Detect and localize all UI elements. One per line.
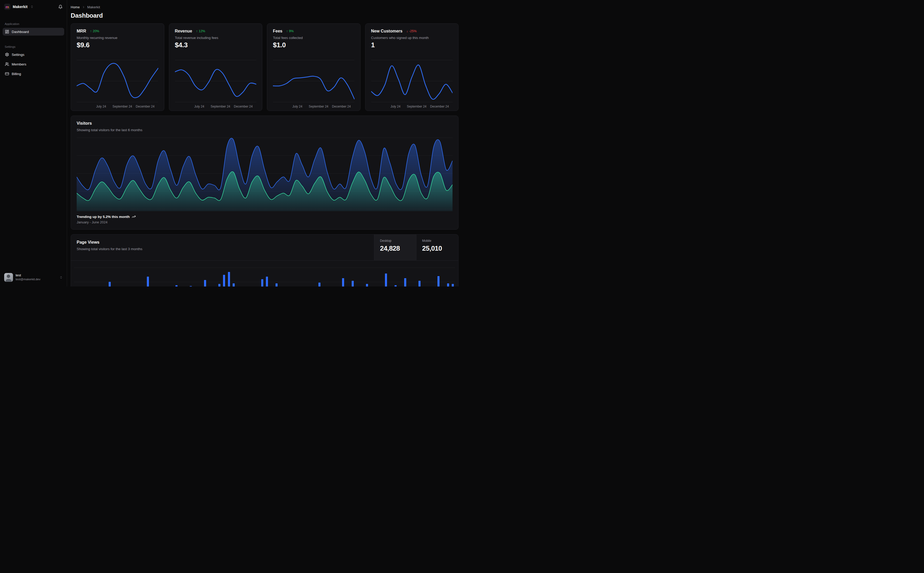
bar bbox=[276, 283, 278, 286]
bar bbox=[447, 283, 449, 286]
x-tick: September 24 bbox=[407, 105, 426, 108]
visitors-title: Visitors bbox=[77, 121, 452, 126]
x-tick: July 24 bbox=[391, 105, 400, 108]
sparkline-chart: July 24 September 24 December 24 bbox=[273, 59, 355, 111]
gridline bbox=[74, 268, 455, 268]
dashboard-icon bbox=[5, 30, 9, 34]
gear-icon bbox=[5, 52, 9, 56]
workspace-selector[interactable]: m Makerkit bbox=[3, 3, 64, 10]
stat-cards-row: MRR ↑20% Monthly recurring revenue $9.6 … bbox=[71, 23, 458, 111]
sidebar: m Makerkit Application Dashboard Setting… bbox=[0, 0, 67, 286]
sidebar-section-settings: Settings bbox=[5, 45, 62, 48]
page-views-subtitle: Showing total visitors for the last 3 mo… bbox=[77, 247, 368, 251]
page-views-card: Page Views Showing total visitors for th… bbox=[71, 234, 458, 286]
avatar bbox=[4, 273, 13, 282]
arrow-down-icon: ↓ bbox=[406, 29, 408, 33]
trend-badge: ↑20% bbox=[90, 29, 99, 33]
bar bbox=[233, 283, 235, 286]
stat-value: $4.3 bbox=[175, 41, 257, 49]
sparkline-chart: July 24 September 24 December 24 bbox=[175, 59, 257, 111]
sidebar-section-application: Application bbox=[5, 22, 62, 25]
stat-card-new-customers: New Customers ↓-25% Customers who signed… bbox=[365, 23, 459, 111]
user-meta: test test@makerkit.dev bbox=[16, 274, 40, 281]
stat-value: 1 bbox=[371, 41, 453, 49]
sidebar-item-settings[interactable]: Settings bbox=[3, 51, 64, 58]
arrow-up-icon: ↑ bbox=[90, 29, 91, 33]
arrow-up-icon: ↑ bbox=[286, 29, 288, 33]
visitors-footer-trend: Trending up by 5.2% this month bbox=[77, 215, 452, 219]
bar bbox=[176, 285, 177, 286]
credit-card-icon bbox=[5, 72, 9, 76]
toggle-mobile[interactable]: Mobile 25,010 bbox=[416, 235, 458, 260]
breadcrumb-current: Makerkit bbox=[87, 5, 100, 9]
x-tick: December 24 bbox=[332, 105, 351, 108]
sidebar-item-billing[interactable]: Billing bbox=[3, 70, 64, 78]
main-content: Home Makerkit Dashboard MRR ↑20% Monthly… bbox=[67, 0, 462, 286]
stat-title: Fees bbox=[273, 29, 282, 33]
bar bbox=[385, 274, 387, 286]
bar bbox=[223, 275, 225, 286]
bar bbox=[395, 285, 397, 286]
page-title: Dashboard bbox=[71, 12, 458, 19]
stat-title: Revenue bbox=[175, 29, 192, 33]
notifications-button[interactable] bbox=[58, 5, 63, 9]
toggle-value: 25,010 bbox=[422, 244, 456, 252]
bar bbox=[366, 284, 368, 286]
workspace-name: Makerkit bbox=[13, 5, 28, 9]
bar bbox=[228, 272, 230, 286]
x-tick: July 24 bbox=[96, 105, 106, 108]
x-tick: July 24 bbox=[195, 105, 204, 108]
x-tick: December 24 bbox=[136, 105, 154, 108]
sidebar-item-members[interactable]: Members bbox=[3, 60, 64, 68]
visitors-footer-range: January - June 2024 bbox=[77, 220, 452, 224]
x-tick: September 24 bbox=[113, 105, 132, 108]
user-menu[interactable]: test test@makerkit.dev bbox=[3, 272, 64, 283]
visitors-area-chart bbox=[77, 136, 452, 211]
toggle-value: 24,828 bbox=[380, 244, 414, 252]
stat-subtitle: Monthly recurring revenue bbox=[77, 36, 158, 40]
bar bbox=[342, 278, 344, 286]
chevrons-up-down-icon bbox=[60, 276, 63, 279]
trend-badge: ↑12% bbox=[196, 29, 205, 33]
stat-value: $9.6 bbox=[77, 41, 158, 49]
sparkline-chart: July 24 September 24 December 24 bbox=[77, 59, 158, 111]
visitors-subtitle: Showing total visitors for the last 6 mo… bbox=[77, 128, 452, 132]
user-name: test bbox=[16, 274, 40, 277]
user-email: test@makerkit.dev bbox=[16, 278, 40, 281]
page-views-header: Page Views Showing total visitors for th… bbox=[71, 235, 458, 260]
bar bbox=[147, 277, 149, 286]
app-window: m Makerkit Application Dashboard Setting… bbox=[0, 0, 462, 286]
bar bbox=[438, 276, 439, 286]
bar bbox=[419, 281, 420, 286]
sidebar-item-dashboard[interactable]: Dashboard bbox=[3, 28, 64, 36]
sidebar-item-label: Settings bbox=[12, 53, 24, 56]
toggle-label: Desktop bbox=[380, 239, 414, 243]
stat-title: MRR bbox=[77, 29, 86, 33]
x-tick: July 24 bbox=[292, 105, 302, 108]
bar bbox=[261, 279, 263, 286]
page-views-title: Page Views bbox=[77, 240, 368, 245]
toggle-desktop[interactable]: Desktop 24,828 bbox=[374, 235, 416, 260]
chevron-right-icon bbox=[82, 5, 85, 9]
trending-up-icon bbox=[132, 215, 136, 219]
makerkit-logo: m bbox=[4, 4, 10, 10]
bar bbox=[109, 282, 111, 286]
toggle-label: Mobile bbox=[422, 239, 456, 243]
breadcrumb: Home Makerkit bbox=[71, 5, 458, 9]
x-tick: September 24 bbox=[309, 105, 328, 108]
bell-icon bbox=[58, 5, 63, 9]
stat-subtitle: Total fees collected bbox=[273, 36, 355, 40]
bar bbox=[266, 277, 268, 286]
x-tick: December 24 bbox=[430, 105, 449, 108]
chevrons-up-down-icon bbox=[30, 5, 33, 8]
stat-card-fees: Fees ↑9% Total fees collected $1.0 July … bbox=[267, 23, 361, 111]
breadcrumb-home-link[interactable]: Home bbox=[71, 5, 80, 9]
bar bbox=[318, 283, 320, 286]
stat-subtitle: Customers who signed up this month bbox=[371, 36, 453, 40]
x-tick: December 24 bbox=[234, 105, 253, 108]
bar bbox=[204, 280, 206, 286]
sidebar-item-label: Billing bbox=[12, 72, 21, 76]
trend-badge: ↑9% bbox=[286, 29, 293, 33]
page-views-bar-chart bbox=[74, 260, 455, 286]
sidebar-item-label: Dashboard bbox=[12, 30, 29, 34]
